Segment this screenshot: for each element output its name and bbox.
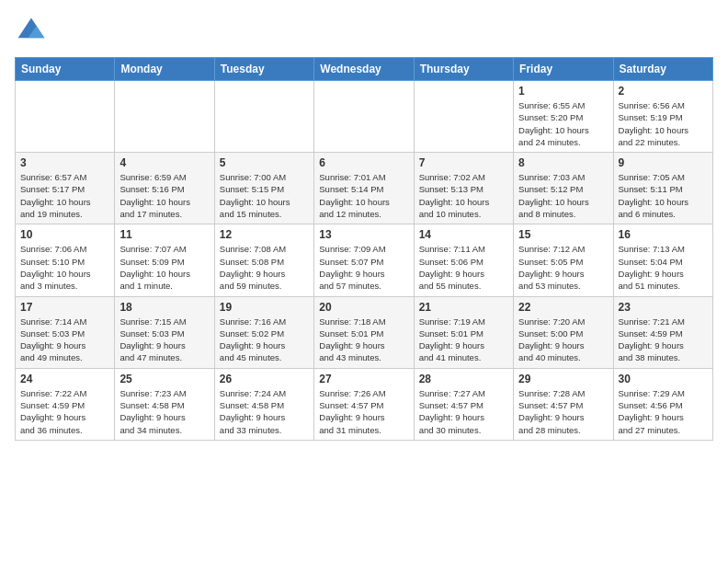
day-number: 27 [319,373,408,385]
day-number: 3 [20,156,109,169]
calendar-cell: 13Sunrise: 7:09 AM Sunset: 5:07 PM Dayli… [314,224,414,296]
day-info: Sunrise: 7:02 AM Sunset: 5:13 PM Dayligh… [419,171,508,220]
calendar-cell: 3Sunrise: 6:57 AM Sunset: 5:17 PM Daylig… [16,153,115,224]
day-info: Sunrise: 7:08 AM Sunset: 5:08 PM Dayligh… [220,243,309,292]
calendar-cell: 15Sunrise: 7:12 AM Sunset: 5:05 PM Dayli… [514,224,613,296]
day-number: 7 [419,156,508,169]
day-number: 8 [518,156,608,169]
calendar-cell: 30Sunrise: 7:29 AM Sunset: 4:56 PM Dayli… [613,368,712,440]
day-number: 26 [220,373,309,385]
day-number: 16 [619,228,708,241]
day-number: 5 [220,156,309,169]
calendar-cell: 11Sunrise: 7:07 AM Sunset: 5:09 PM Dayli… [115,224,214,296]
day-number: 4 [119,156,209,169]
day-number: 18 [119,301,209,314]
day-info: Sunrise: 7:13 AM Sunset: 5:04 PM Dayligh… [619,243,708,292]
calendar-cell: 7Sunrise: 7:02 AM Sunset: 5:13 PM Daylig… [414,153,513,224]
calendar-cell: 4Sunrise: 6:59 AM Sunset: 5:16 PM Daylig… [115,153,214,224]
calendar-header-monday: Monday [115,58,214,81]
calendar-week-row: 17Sunrise: 7:14 AM Sunset: 5:03 PM Dayli… [16,296,713,368]
calendar-header-sunday: Sunday [16,58,115,81]
day-info: Sunrise: 7:23 AM Sunset: 4:58 PM Dayligh… [119,387,209,436]
day-info: Sunrise: 7:03 AM Sunset: 5:12 PM Dayligh… [518,171,608,220]
day-info: Sunrise: 7:05 AM Sunset: 5:11 PM Dayligh… [619,171,708,220]
day-info: Sunrise: 6:59 AM Sunset: 5:16 PM Dayligh… [119,171,209,220]
calendar-cell [314,81,414,153]
day-number: 30 [619,373,708,385]
calendar-header-saturday: Saturday [613,58,712,81]
day-info: Sunrise: 6:57 AM Sunset: 5:17 PM Dayligh… [20,171,109,220]
calendar-cell: 16Sunrise: 7:13 AM Sunset: 5:04 PM Dayli… [613,224,712,296]
calendar-cell: 10Sunrise: 7:06 AM Sunset: 5:10 PM Dayli… [16,224,115,296]
day-number: 13 [319,228,408,241]
calendar-cell: 12Sunrise: 7:08 AM Sunset: 5:08 PM Dayli… [214,224,313,296]
day-info: Sunrise: 6:55 AM Sunset: 5:20 PM Dayligh… [518,99,608,148]
calendar-cell: 5Sunrise: 7:00 AM Sunset: 5:15 PM Daylig… [214,153,313,224]
page-header [15,15,713,48]
day-info: Sunrise: 7:24 AM Sunset: 4:58 PM Dayligh… [220,387,309,436]
day-number: 20 [319,301,408,314]
day-number: 10 [20,228,109,241]
logo [15,15,51,48]
day-number: 6 [319,156,408,169]
day-info: Sunrise: 7:09 AM Sunset: 5:07 PM Dayligh… [319,243,408,292]
calendar-cell: 27Sunrise: 7:26 AM Sunset: 4:57 PM Dayli… [314,368,414,440]
calendar-cell: 1Sunrise: 6:55 AM Sunset: 5:20 PM Daylig… [514,81,613,153]
day-number: 11 [119,228,209,241]
day-info: Sunrise: 7:29 AM Sunset: 4:56 PM Dayligh… [619,387,708,436]
day-number: 12 [220,228,309,241]
day-number: 9 [619,156,708,169]
day-info: Sunrise: 7:06 AM Sunset: 5:10 PM Dayligh… [20,243,109,292]
day-number: 28 [419,373,508,385]
day-info: Sunrise: 6:56 AM Sunset: 5:19 PM Dayligh… [619,99,708,148]
calendar-cell: 17Sunrise: 7:14 AM Sunset: 5:03 PM Dayli… [16,296,115,368]
calendar-cell [115,81,214,153]
calendar-cell: 29Sunrise: 7:28 AM Sunset: 4:57 PM Dayli… [514,368,613,440]
calendar-cell: 14Sunrise: 7:11 AM Sunset: 5:06 PM Dayli… [414,224,513,296]
day-number: 15 [518,228,608,241]
day-number: 21 [419,301,508,314]
day-info: Sunrise: 7:21 AM Sunset: 4:59 PM Dayligh… [619,316,708,364]
day-number: 23 [619,301,708,314]
calendar-cell: 18Sunrise: 7:15 AM Sunset: 5:03 PM Dayli… [115,296,214,368]
calendar-cell: 22Sunrise: 7:20 AM Sunset: 5:00 PM Dayli… [514,296,613,368]
calendar-week-row: 10Sunrise: 7:06 AM Sunset: 5:10 PM Dayli… [16,224,713,296]
calendar-cell: 20Sunrise: 7:18 AM Sunset: 5:01 PM Dayli… [314,296,414,368]
day-info: Sunrise: 7:07 AM Sunset: 5:09 PM Dayligh… [119,243,209,292]
calendar-cell: 2Sunrise: 6:56 AM Sunset: 5:19 PM Daylig… [613,81,712,153]
calendar-cell: 19Sunrise: 7:16 AM Sunset: 5:02 PM Dayli… [214,296,313,368]
calendar-cell: 25Sunrise: 7:23 AM Sunset: 4:58 PM Dayli… [115,368,214,440]
day-number: 24 [20,373,109,385]
calendar-header-row: SundayMondayTuesdayWednesdayThursdayFrid… [16,58,713,81]
calendar-cell [16,81,115,153]
calendar-cell: 6Sunrise: 7:01 AM Sunset: 5:14 PM Daylig… [314,153,414,224]
calendar-cell: 8Sunrise: 7:03 AM Sunset: 5:12 PM Daylig… [514,153,613,224]
day-info: Sunrise: 7:01 AM Sunset: 5:14 PM Dayligh… [319,171,408,220]
day-number: 1 [518,85,608,98]
day-number: 2 [619,85,708,98]
calendar-body: 1Sunrise: 6:55 AM Sunset: 5:20 PM Daylig… [16,81,713,441]
calendar-cell: 21Sunrise: 7:19 AM Sunset: 5:01 PM Dayli… [414,296,513,368]
calendar-week-row: 3Sunrise: 6:57 AM Sunset: 5:17 PM Daylig… [16,153,713,224]
calendar-cell: 26Sunrise: 7:24 AM Sunset: 4:58 PM Dayli… [214,368,313,440]
day-info: Sunrise: 7:16 AM Sunset: 5:02 PM Dayligh… [220,316,309,364]
day-number: 19 [220,301,309,314]
day-number: 22 [518,301,608,314]
day-info: Sunrise: 7:11 AM Sunset: 5:06 PM Dayligh… [419,243,508,292]
day-info: Sunrise: 7:00 AM Sunset: 5:15 PM Dayligh… [220,171,309,220]
logo-icon [15,15,48,48]
day-number: 17 [20,301,109,314]
calendar-table: SundayMondayTuesdayWednesdayThursdayFrid… [15,57,713,441]
day-info: Sunrise: 7:22 AM Sunset: 4:59 PM Dayligh… [20,387,109,436]
day-number: 25 [119,373,209,385]
day-info: Sunrise: 7:12 AM Sunset: 5:05 PM Dayligh… [518,243,608,292]
calendar-header-wednesday: Wednesday [314,58,414,81]
day-info: Sunrise: 7:15 AM Sunset: 5:03 PM Dayligh… [119,316,209,364]
calendar-cell: 9Sunrise: 7:05 AM Sunset: 5:11 PM Daylig… [613,153,712,224]
day-info: Sunrise: 7:20 AM Sunset: 5:00 PM Dayligh… [518,316,608,364]
calendar-cell: 24Sunrise: 7:22 AM Sunset: 4:59 PM Dayli… [16,368,115,440]
day-info: Sunrise: 7:19 AM Sunset: 5:01 PM Dayligh… [419,316,508,364]
day-info: Sunrise: 7:18 AM Sunset: 5:01 PM Dayligh… [319,316,408,364]
calendar-week-row: 24Sunrise: 7:22 AM Sunset: 4:59 PM Dayli… [16,368,713,440]
calendar-cell: 23Sunrise: 7:21 AM Sunset: 4:59 PM Dayli… [613,296,712,368]
